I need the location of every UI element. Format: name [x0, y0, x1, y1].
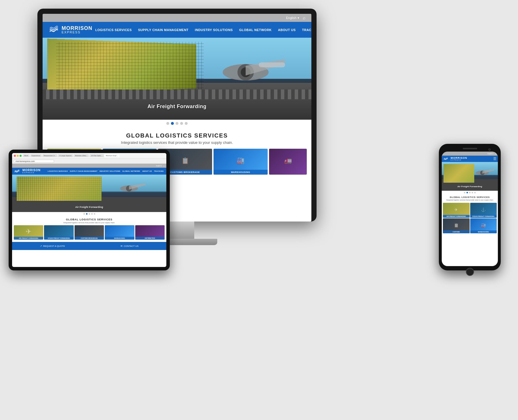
tablet-nav-about[interactable]: ABOUT US	[141, 170, 153, 172]
request-quote-label: REQUEST A QUOTE	[43, 245, 65, 247]
logo-name: MORRISON	[62, 26, 92, 31]
phone-card-customs[interactable]: 📋 CUSTOMS	[443, 218, 470, 233]
nav-industry[interactable]: INDUSTRY SOLUTIONS	[192, 28, 236, 32]
tablet-hero-caption: Air Freight Forwarding	[12, 206, 166, 209]
desktop-hero: Air Freight Forwarding	[43, 38, 311, 120]
card-distribution[interactable]: 🚛	[269, 149, 307, 175]
desktop-logo[interactable]: MORRISON EXPRESS	[48, 24, 92, 35]
hero-dot-0[interactable]	[166, 122, 169, 125]
tablet-nav-logistics[interactable]: LOGISTICS SERVICES	[47, 170, 69, 172]
tablet-dot-2[interactable]	[89, 213, 90, 215]
phone-service-grid: ✈ AIR FREIGHT FORWARDING ⚓ OCEAN FREIGHT…	[442, 203, 498, 234]
phone-dot-1[interactable]	[466, 192, 468, 193]
quote-icon: ↗	[40, 245, 42, 247]
maximize-btn[interactable]	[20, 155, 22, 157]
card-warehouse[interactable]: 🏭 WAREHOUSING	[214, 149, 268, 175]
tablet-card-warehouse[interactable]: WAREHOUSING	[105, 225, 134, 240]
phone-dot-2[interactable]	[469, 192, 471, 193]
tablet-card-air-label: AIR FREIGHT FORWARDING	[14, 237, 43, 240]
phone-home-button[interactable]	[466, 268, 474, 276]
tablet-card-air[interactable]: AIR FREIGHT FORWARDING	[14, 225, 43, 240]
phone-card-air[interactable]: ✈ AIR FREIGHT FORWARDING	[443, 203, 470, 218]
tab-spaces[interactable]: A Large Spaces	[58, 154, 73, 157]
minimize-btn[interactable]	[17, 155, 19, 157]
tablet-nav-industry[interactable]: INDUSTRY SOLUTIONS	[99, 170, 121, 172]
plane-svg	[201, 46, 303, 95]
tablet-logo[interactable]: MORRISON EXPRESS	[14, 168, 41, 174]
nav-logistics[interactable]: LOGISTICS SERVICES	[92, 28, 135, 32]
desktop-hero-dots[interactable]	[43, 120, 311, 127]
phone-hero-caption: Air Freight Forwarding	[442, 185, 498, 188]
hero-dot-4[interactable]	[185, 122, 188, 125]
tab-morrison[interactable]: Morrison Expr...	[104, 154, 119, 157]
phone-dot-4[interactable]	[474, 192, 476, 193]
tablet-services-title: GLOBAL LOGISTICS SERVICES	[14, 218, 165, 221]
tablet-dot-4[interactable]	[94, 213, 95, 215]
desktop-hero-caption: Air Freight Forwarding	[43, 104, 311, 110]
phone-card-ocean[interactable]: ⚓ OCEAN FREIGHT FORWARDING	[470, 203, 497, 218]
tablet-hero: Air Freight Forwarding	[12, 175, 166, 212]
phone-card-customs-label: CUSTOMS	[443, 230, 470, 233]
services-title: GLOBAL LOGISTICS SERVICES	[47, 132, 307, 139]
tablet-card-customs-label: CUSTOMS BROKERAGE	[75, 237, 104, 240]
phone-screen: English ▾ ⌕ MORRISON EXPRESS	[442, 152, 498, 266]
tablet-card-ocean-label: OCEAN FREIGHT FORWARDING	[44, 237, 73, 240]
phone-logo-icon	[443, 156, 448, 161]
hero-dot-3[interactable]	[180, 122, 183, 125]
hero-dot-1[interactable]	[171, 122, 174, 125]
phone-search-icon[interactable]: ⌕	[495, 153, 496, 155]
phone-card-ocean-label: OCEAN FREIGHT FORWARDING	[470, 215, 497, 218]
tablet-address-bar[interactable]: morrisonexpress.com	[14, 160, 54, 163]
desktop-search-icon[interactable]: ⌕	[303, 15, 306, 20]
tablet-dot-1[interactable]	[86, 213, 87, 215]
tablet-window-controls	[14, 155, 22, 157]
tablet-nav-global[interactable]: GLOBAL NETWORK	[121, 170, 141, 172]
hero-dot-2[interactable]	[176, 122, 178, 125]
phone-speaker	[463, 148, 477, 149]
contact-icon: ✉	[121, 245, 123, 247]
desktop-lang[interactable]: English ▾	[286, 16, 299, 20]
tablet-request-quote[interactable]: ↗ REQUEST A QUOTE	[40, 245, 65, 247]
phone-lang[interactable]: English ▾	[487, 153, 494, 154]
logo-tagline: EXPRESS	[62, 31, 92, 34]
tab-responsive[interactable]: Responsive Ji...	[42, 154, 57, 157]
tablet-nav-supply[interactable]: SUPPLY CHAIN MANAGEMENT	[69, 170, 98, 172]
tablet-card-ocean[interactable]: OCEAN FREIGHT FORWARDING	[44, 225, 73, 240]
lang-label: English	[286, 16, 296, 20]
tablet-services: GLOBAL LOGISTICS SERVICES Integrated log…	[12, 216, 166, 242]
close-btn[interactable]	[14, 155, 16, 157]
phone-camera	[488, 148, 491, 151]
tablet-hero-dots[interactable]	[12, 212, 166, 216]
logo-wave-icon	[48, 24, 59, 35]
phone-dot-0[interactable]	[464, 192, 465, 193]
phone-dot-3[interactable]	[472, 192, 473, 193]
tablet-logo-name: MORRISON	[22, 169, 41, 172]
nav-supply[interactable]: SUPPLY CHAIN MANAGEMENT	[135, 28, 191, 32]
lang-arrow-icon: ▾	[298, 16, 299, 20]
tablet-card-customs[interactable]: CUSTOMS BROKERAGE	[75, 225, 104, 240]
phone-utility-bar: English ▾ ⌕	[442, 152, 498, 156]
tablet-dot-3[interactable]	[91, 213, 93, 215]
tab-jaflet[interactable]: JA Flet Optio...	[89, 154, 104, 157]
tablet-dot-0[interactable]	[83, 213, 85, 215]
tab-experience[interactable]: Experience	[30, 154, 42, 157]
phone-card-warehouse[interactable]: 🏭 WAREHOUSING	[470, 218, 497, 233]
phone-hero-dots[interactable]	[442, 191, 498, 194]
nav-tracking[interactable]: TRACKING	[299, 28, 312, 32]
nav-global[interactable]: GLOBAL NETWORK	[236, 28, 275, 32]
tablet-nav-tracking[interactable]: TRACKING	[153, 170, 165, 172]
phone-services-subtitle: Integrated logistics services that provi…	[443, 199, 497, 201]
phone-logo[interactable]: MORRISON EXPRESS	[443, 156, 467, 161]
nav-about[interactable]: ABOUT US	[275, 28, 298, 32]
tablet-device: Work Experience Responsive Ji... A Large…	[9, 150, 170, 270]
tablet-lang[interactable]: English ▾	[156, 165, 162, 167]
tab-modules[interactable]: Modules (Site)...	[74, 154, 89, 157]
tablet-card-warehouse-label: WAREHOUSING	[105, 237, 134, 240]
tablet-contact-us[interactable]: ✉ CONTACT US	[121, 245, 138, 247]
phone-bezel: English ▾ ⌕ MORRISON EXPRESS	[439, 144, 501, 270]
tablet-search-icon[interactable]: ⌕	[163, 165, 165, 167]
phone-hamburger-icon[interactable]: ☰	[493, 157, 496, 161]
tablet-bezel: Work Experience Responsive Ji... A Large…	[9, 150, 170, 270]
tablet-card-distribution[interactable]: DISTRIBUTION	[135, 225, 165, 240]
tab-work[interactable]: Work	[23, 154, 30, 157]
